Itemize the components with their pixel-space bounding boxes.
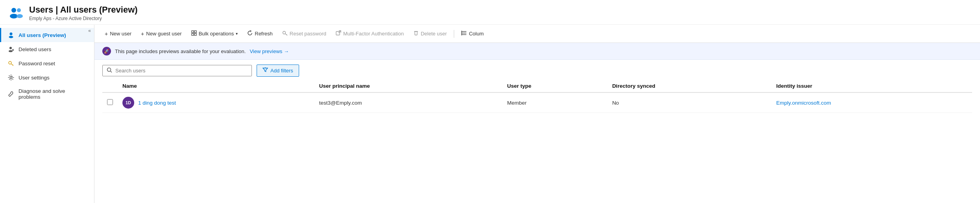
- sidebar-item-all-users-label: All users (Preview): [18, 32, 66, 38]
- banner-text: This page includes previews available fo…: [115, 48, 246, 54]
- chevron-down-icon: ▾: [236, 31, 238, 36]
- page-header: Users | All users (Preview) Emply Aps - …: [0, 0, 980, 25]
- svg-rect-23: [415, 31, 417, 35]
- users-icon: [8, 5, 24, 21]
- content-area: + New user + New guest user Bulk operati…: [94, 25, 980, 203]
- identity-issuer-link[interactable]: Emply.onmicrosoft.com: [776, 100, 831, 106]
- main-layout: « All users (Preview) Deleted users Pass…: [0, 25, 980, 203]
- checkbox-col-header: [102, 80, 118, 92]
- page-title: Users | All users (Preview): [29, 5, 138, 15]
- sidebar-item-password-reset[interactable]: Password reset: [0, 56, 94, 70]
- columns-button[interactable]: Colum: [457, 28, 488, 39]
- svg-line-20: [287, 35, 287, 35]
- add-filters-button[interactable]: Add filters: [257, 65, 299, 77]
- new-guest-user-button[interactable]: + New guest user: [137, 28, 186, 39]
- plus-icon-guest: +: [141, 31, 144, 37]
- bulk-icon: [191, 30, 197, 37]
- user-type-col-header: User type: [502, 80, 607, 92]
- settings-icon: [7, 74, 15, 81]
- sidebar-item-diagnose[interactable]: Diagnose and solve problems: [0, 85, 94, 103]
- name-col-header: Name: [118, 80, 314, 92]
- table-body: 1D 1 ding dong test test3@Emply.com Memb…: [102, 92, 972, 113]
- view-previews-link[interactable]: View previews →: [250, 48, 288, 54]
- columns-icon: [461, 30, 467, 37]
- svg-rect-15: [194, 31, 196, 33]
- row-checkbox[interactable]: [107, 99, 113, 105]
- key-toolbar-icon: [282, 30, 288, 37]
- table-area: Name User principal name User type Direc…: [94, 80, 980, 203]
- person-icon: [7, 31, 15, 39]
- preview-banner: 🚀 This page includes previews available …: [94, 43, 980, 60]
- directory-synced-cell: No: [607, 92, 771, 113]
- identity-issuer-col-header: Identity issuer: [771, 80, 972, 92]
- row-checkbox-cell: [102, 92, 118, 113]
- avatar: 1D: [122, 97, 134, 109]
- sidebar-item-user-settings[interactable]: User settings: [0, 70, 94, 85]
- upn-cell: test3@Emply.com: [314, 92, 503, 113]
- toolbar-divider: [454, 30, 454, 38]
- filter-icon: [263, 67, 268, 74]
- new-user-button[interactable]: + New user: [101, 28, 135, 39]
- svg-point-7: [9, 50, 13, 52]
- external-link-icon: [336, 30, 341, 37]
- trash-icon: [413, 30, 419, 37]
- svg-point-6: [9, 47, 12, 49]
- table-header: Name User principal name User type Direc…: [102, 80, 972, 92]
- sidebar-item-deleted-users-label: Deleted users: [18, 46, 51, 52]
- svg-rect-14: [192, 31, 194, 33]
- rocket-icon: 🚀: [102, 47, 111, 55]
- search-bar: Add filters: [94, 60, 980, 80]
- page-subtitle: Emply Aps - Azure Active Directory: [29, 16, 138, 21]
- directory-synced-col-header: Directory synced: [607, 80, 771, 92]
- key-icon: [7, 60, 15, 67]
- bulk-operations-button[interactable]: Bulk operations ▾: [187, 28, 242, 39]
- sidebar-item-user-settings-label: User settings: [18, 75, 50, 81]
- search-input[interactable]: [115, 68, 248, 74]
- svg-point-3: [17, 14, 23, 18]
- svg-line-12: [13, 65, 13, 65]
- svg-point-10: [9, 61, 11, 64]
- svg-point-5: [9, 36, 13, 38]
- svg-rect-16: [192, 33, 194, 35]
- user-name-cell: 1D 1 ding dong test: [118, 92, 314, 113]
- search-icon: [107, 67, 112, 74]
- svg-line-31: [111, 71, 112, 73]
- sidebar-item-all-users[interactable]: All users (Preview): [0, 28, 94, 42]
- refresh-icon: [247, 30, 253, 37]
- user-type-cell: Member: [502, 92, 607, 113]
- svg-point-0: [11, 8, 16, 13]
- refresh-button[interactable]: Refresh: [243, 28, 277, 39]
- search-input-wrapper: [102, 65, 252, 76]
- sidebar-item-password-reset-label: Password reset: [18, 61, 55, 66]
- toolbar: + New user + New guest user Bulk operati…: [94, 25, 980, 43]
- svg-rect-17: [194, 33, 196, 35]
- user-name-link[interactable]: 1 ding dong test: [138, 100, 176, 106]
- svg-point-4: [10, 33, 13, 35]
- identity-issuer-cell: Emply.onmicrosoft.com: [771, 92, 972, 113]
- users-table: Name User principal name User type Direc…: [102, 80, 972, 113]
- svg-point-18: [283, 31, 285, 34]
- person-x-icon: [7, 46, 15, 53]
- reset-password-button[interactable]: Reset password: [278, 28, 330, 39]
- sidebar-item-deleted-users[interactable]: Deleted users: [0, 42, 94, 56]
- plus-icon-new-user: +: [105, 31, 108, 37]
- upn-col-header: User principal name: [314, 80, 503, 92]
- delete-user-button[interactable]: Delete user: [409, 28, 451, 39]
- sidebar-collapse-button[interactable]: «: [88, 28, 91, 33]
- mfa-button[interactable]: Multi-Factor Authentication: [332, 28, 408, 39]
- wrench-icon: [7, 90, 15, 98]
- sidebar-item-diagnose-label: Diagnose and solve problems: [18, 88, 88, 100]
- header-text-group: Users | All users (Preview) Emply Aps - …: [29, 5, 138, 21]
- svg-point-30: [107, 68, 111, 72]
- svg-rect-21: [336, 31, 340, 35]
- sidebar: « All users (Preview) Deleted users Pass…: [0, 25, 94, 203]
- table-row: 1D 1 ding dong test test3@Emply.com Memb…: [102, 92, 972, 113]
- svg-point-2: [17, 8, 21, 12]
